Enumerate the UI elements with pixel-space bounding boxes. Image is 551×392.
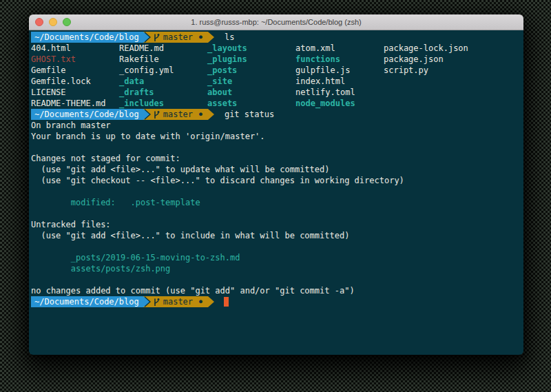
git-status-line: (use "git add <file>..." to include in w… [31,230,523,241]
powerline-arrow-end [208,296,220,307]
branch-name: master [163,32,193,43]
git-status-line: _posts/2019-06-15-moving-to-zsh.md [31,252,523,263]
ls-row: GHOST.txtRakefile_pluginsfunctionspackag… [31,54,523,65]
git-status-line: On branch master [31,120,523,131]
git-status-output: On branch masterYour branch is up to dat… [31,120,523,296]
ls-entry-directory: _layouts [207,43,295,54]
prompt-branch-segment: master● [151,32,208,43]
ls-entry-directory: functions [295,54,384,65]
command-text: ls [225,32,234,43]
git-branch-icon [153,298,160,307]
terminal-screen[interactable]: ~/Documents/Code/blogmaster●ls404.htmlRE… [29,30,523,355]
cursor-block[interactable] [224,297,229,307]
git-status-line [31,208,523,219]
ls-entry-file: README-THEME.md [31,98,119,109]
git-status-line: Untracked files: [31,219,523,230]
git-status-line: assets/posts/zsh.png [31,263,523,274]
powerline-arrow-end [208,109,220,120]
ls-row: README-THEME.md_includesassetsnode_modul… [31,98,523,109]
ls-entry-file: _config.yml [119,65,207,76]
command-text: git status [225,109,274,120]
ls-entry-directory: _plugins [207,54,295,65]
dirty-indicator: ● [199,296,202,307]
ls-output: 404.htmlREADME.md_layoutsatom.xmlpackage… [31,43,523,109]
branch-name: master [163,109,193,120]
prompt-branch-segment: master● [151,109,208,120]
ls-entry-directory: node_modules [295,98,384,109]
git-status-line [31,241,523,252]
powerline-arrow [143,32,151,43]
ls-entry-file: README.md [119,43,207,54]
traffic-lights [35,18,71,26]
git-branch-icon [153,110,160,119]
git-status-line: (use "git checkout -- <file>..." to disc… [31,175,523,186]
git-status-line: no changes added to commit (use "git add… [31,285,523,296]
ls-entry-file: LICENSE [31,87,119,98]
git-status-line: Your branch is up to date with 'origin/m… [31,131,523,142]
terminal-window: 1. russ@russs-mbp: ~/Documents/Code/blog… [29,14,523,355]
git-status-line: Changes not staged for commit: [31,153,523,164]
dirty-indicator: ● [199,32,202,43]
ls-entry-file: 404.html [31,43,119,54]
ls-entry-file: index.html [295,76,384,87]
window-title: 1. russ@russs-mbp: ~/Documents/Code/blog… [191,18,361,26]
close-button[interactable] [35,18,43,26]
prompt-path-segment: ~/Documents/Code/blog [31,109,143,120]
git-status-line [31,186,523,197]
prompt-line: ~/Documents/Code/blogmaster●ls [31,32,523,43]
git-branch-icon [153,33,160,42]
prompt-branch-segment: master● [151,296,208,307]
minimize-button[interactable] [49,18,57,26]
ls-row: Gemfile.lock_data_siteindex.html [31,76,523,87]
powerline-arrow [143,296,151,307]
ls-entry-file: GHOST.txt [31,54,119,65]
ls-entry-file: Gemfile [31,65,119,76]
ls-entry-file: package.json [384,54,472,65]
desktop: { "window": { "title": "1. russ@russs-mb… [0,0,551,392]
dirty-indicator: ● [199,109,202,120]
branch-name: master [163,296,193,307]
prompt-line: ~/Documents/Code/blogmaster●git status [31,109,523,120]
ls-entry-file: gulpfile.js [295,65,384,76]
git-status-line [31,274,523,285]
powerline-arrow [143,109,151,120]
ls-entry-file: package-lock.json [384,43,472,54]
ls-row: Gemfile_config.yml_postsgulpfile.jsscrip… [31,65,523,76]
powerline-arrow-end [208,32,220,43]
git-status-line [31,142,523,153]
ls-entry-file: script.py [384,65,472,76]
ls-entry-directory: _data [119,76,207,87]
ls-entry-directory: _drafts [119,87,207,98]
prompt-path-segment: ~/Documents/Code/blog [31,32,143,43]
ls-entry-directory: _site [207,76,295,87]
ls-entry-file: netlify.toml [295,87,384,98]
titlebar[interactable]: 1. russ@russs-mbp: ~/Documents/Code/blog… [29,14,523,30]
ls-entry-directory: _posts [207,65,295,76]
ls-entry-file: atom.xml [295,43,384,54]
prompt-line: ~/Documents/Code/blogmaster● [31,296,523,307]
ls-entry-directory: _includes [119,98,207,109]
ls-row: LICENSE_draftsaboutnetlify.toml [31,87,523,98]
git-status-line: modified: .post-template [31,197,523,208]
ls-entry-directory: about [207,87,295,98]
ls-entry-file: Gemfile.lock [31,76,119,87]
ls-entry-directory: assets [207,98,295,109]
ls-entry-file: Rakefile [119,54,207,65]
git-status-line: (use "git add <file>..." to update what … [31,164,523,175]
prompt-path-segment: ~/Documents/Code/blog [31,296,143,307]
zoom-button[interactable] [63,18,71,26]
ls-row: 404.htmlREADME.md_layoutsatom.xmlpackage… [31,43,523,54]
